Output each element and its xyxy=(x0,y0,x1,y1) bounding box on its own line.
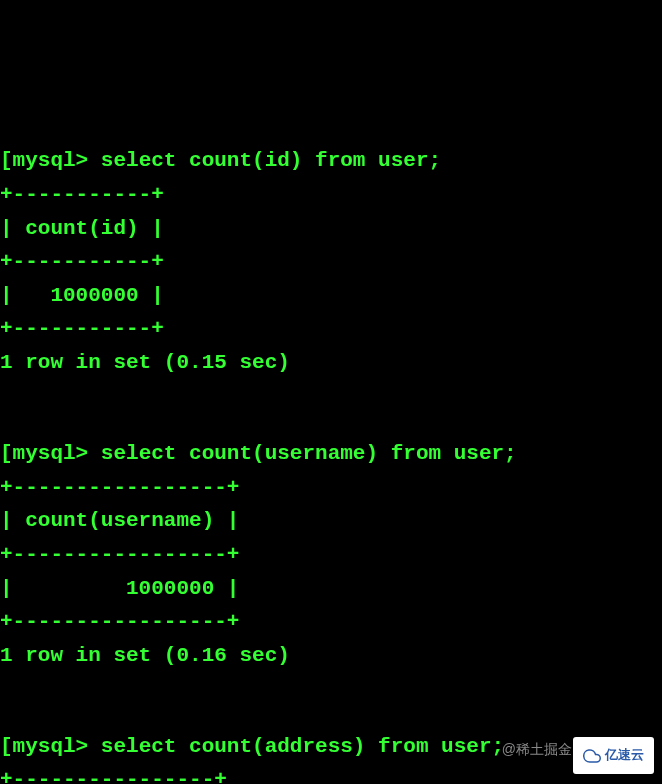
mysql-prompt: [mysql> xyxy=(0,735,101,758)
cloud-icon xyxy=(583,747,601,765)
table-border: +-----------+ xyxy=(0,183,164,206)
table-border: +-----------------+ xyxy=(0,610,239,633)
table-border: +-----------+ xyxy=(0,317,164,340)
watermark-text: @稀土掘金 xyxy=(502,738,572,760)
mysql-prompt: [mysql> xyxy=(0,442,101,465)
watermark-logo-text: 亿速云 xyxy=(605,745,644,766)
sql-query: select count(id) from user; xyxy=(101,149,441,172)
table-row: | 1000000 | xyxy=(0,577,239,600)
table-border: +-----------------+ xyxy=(0,476,239,499)
query-block-2: [mysql> select count(username) from user… xyxy=(0,437,662,672)
query-block-1: [mysql> select count(id) from user; +---… xyxy=(0,144,662,379)
table-border: +----------------+ xyxy=(0,768,227,784)
mysql-prompt: [mysql> xyxy=(0,149,101,172)
table-border: +-----------------+ xyxy=(0,543,239,566)
table-header: | count(username) | xyxy=(0,509,239,532)
query-status: 1 row in set (0.15 sec) xyxy=(0,351,290,374)
sql-query: select count(address) from user; xyxy=(101,735,504,758)
table-border: +-----------+ xyxy=(0,250,164,273)
query-status: 1 row in set (0.16 sec) xyxy=(0,644,290,667)
table-row: | 1000000 | xyxy=(0,284,164,307)
table-header: | count(id) | xyxy=(0,217,164,240)
watermark-logo: 亿速云 xyxy=(573,737,654,774)
sql-query: select count(username) from user; xyxy=(101,442,517,465)
